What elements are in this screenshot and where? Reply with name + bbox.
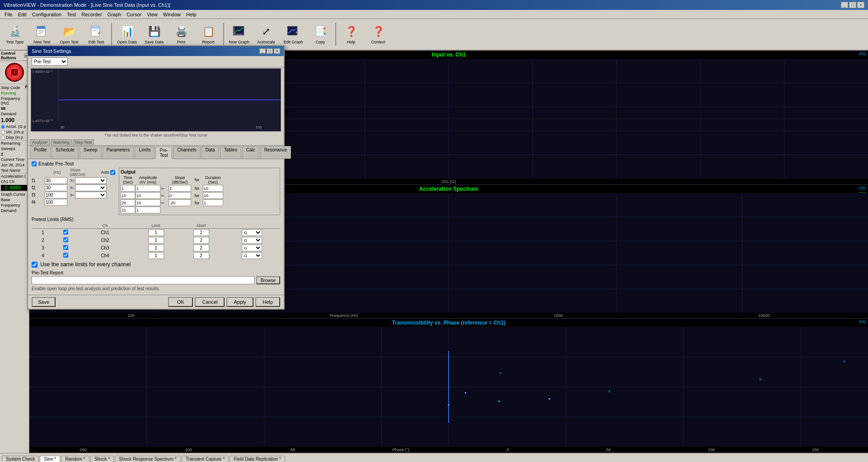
toolbar-btn-report[interactable]: 📋Report — [195, 21, 221, 48]
auto-checkbox[interactable] — [110, 170, 115, 175]
ch2-limit-check[interactable] — [63, 237, 68, 242]
status-tab-5[interactable]: Transient Capture * — [182, 456, 229, 462]
f3-slope-select[interactable] — [75, 192, 107, 198]
f2-freq-input[interactable] — [45, 184, 67, 191]
f2-slope-select[interactable] — [75, 184, 107, 191]
toolbar-btn-print[interactable]: 🖨️Print — [168, 21, 194, 48]
menu-item-test[interactable]: Test — [64, 11, 79, 18]
toolbar-btn-open-test[interactable]: 📂Open Test — [56, 21, 82, 48]
dialog-tab-limits[interactable]: Limits — [135, 146, 155, 159]
dialog-title-controls[interactable]: _ □ × — [259, 48, 280, 54]
out-amp-4[interactable] — [136, 207, 160, 213]
out-slope-2[interactable] — [169, 192, 191, 199]
status-tab-2[interactable]: Random * — [61, 456, 89, 462]
stop-button-area[interactable] — [0, 61, 29, 84]
minimize-btn[interactable]: _ — [841, 2, 848, 8]
menu-item-recorder[interactable]: Recorder — [79, 11, 104, 18]
disp-radio[interactable]: Disp (in p — [0, 135, 29, 140]
out-amp-3[interactable] — [136, 199, 160, 206]
toolbar-btn-new-graph[interactable]: New Graph — [226, 21, 252, 48]
toolbar-btn-copy[interactable]: 📑Copy — [307, 21, 333, 48]
dialog-tab-resonance[interactable]: Resonance — [260, 146, 291, 159]
ch4-limit-check[interactable] — [63, 253, 68, 258]
ch1-limit-check[interactable] — [63, 230, 68, 235]
dialog-max-btn[interactable]: □ — [267, 48, 273, 54]
status-tab-6[interactable]: Field Data Replication * — [230, 456, 285, 462]
browse-button[interactable]: Browse — [256, 276, 280, 284]
pre-test-report-input[interactable] — [32, 276, 254, 284]
toolbar-btn-save-data[interactable]: 💾Save Data — [141, 21, 167, 48]
vel-radio[interactable]: Vel. (n/s p — [0, 129, 29, 135]
graph-bottom-content[interactable]: × × × × — [29, 327, 868, 447]
apply-button[interactable]: Apply — [226, 297, 253, 307]
dialog-min-btn[interactable]: _ — [259, 48, 266, 54]
toolbar-btn-context[interactable]: ❓Context — [365, 21, 391, 48]
dialog-tab-sweep[interactable]: Sweep — [80, 146, 102, 159]
out-time-4[interactable] — [121, 207, 135, 213]
enable-pretest-checkbox[interactable] — [32, 161, 37, 166]
maximize-btn[interactable]: □ — [849, 2, 856, 8]
out-slope-3[interactable] — [169, 199, 191, 206]
out-time-1[interactable] — [121, 185, 135, 192]
mini-chart[interactable]: 1.4300×10⁻⁵ 1.4271×10⁻⁵ 30 100 — [31, 68, 281, 132]
ch3-limit-input[interactable] — [148, 245, 164, 251]
accel-radio[interactable]: Accel. (G p — [0, 124, 29, 129]
dialog-tab-calc[interactable]: Calc — [242, 146, 259, 159]
ok-button[interactable]: OK — [168, 297, 193, 307]
f1-freq-input[interactable] — [45, 177, 67, 184]
ch2-abort-input[interactable] — [193, 237, 209, 244]
toolbar-btn-autoscale[interactable]: ⤢Autoscale — [253, 21, 279, 48]
ch2-unit-select[interactable]: G — [242, 237, 262, 244]
menu-item-configuration[interactable]: Configuration — [29, 11, 64, 18]
title-bar-controls[interactable]: _ □ × — [841, 2, 864, 8]
out-dur-3[interactable] — [203, 199, 223, 206]
cancel-button[interactable]: Cancel — [195, 297, 225, 307]
out-amp-1[interactable] — [136, 185, 160, 192]
close-btn[interactable]: × — [857, 2, 864, 8]
ch3-limit-check[interactable] — [63, 245, 68, 250]
f3-freq-input[interactable] — [45, 192, 67, 198]
save-button[interactable]: Save — [32, 297, 56, 307]
dialog-tab-schedule[interactable]: Schedule — [52, 146, 79, 159]
out-dur-2[interactable] — [203, 192, 223, 199]
ch1-limit-input[interactable] — [148, 229, 164, 236]
menu-item-edit[interactable]: Edit — [15, 11, 29, 18]
dialog-close-btn[interactable]: × — [274, 48, 280, 54]
toolbar-btn-open-data[interactable]: 📊Open Data — [114, 21, 140, 48]
out-time-3[interactable] — [121, 199, 135, 206]
stop-button[interactable] — [5, 63, 24, 82]
out-time-2[interactable] — [121, 192, 135, 199]
menu-item-graph[interactable]: Graph — [105, 11, 124, 18]
menu-item-file[interactable]: File — [2, 11, 15, 18]
toolbar-btn-edit-test[interactable]: Edit Test — [83, 21, 109, 48]
dialog-tab-parameters[interactable]: Parameters — [103, 146, 134, 159]
ch1-unit-select[interactable]: G — [242, 229, 262, 236]
status-tab-4[interactable]: Shock Response Spectrum * — [115, 456, 181, 462]
dialog-tab-channels[interactable]: Channels — [173, 146, 200, 159]
toolbar-btn-edit-graph[interactable]: Edit Graph — [280, 21, 306, 48]
menu-item-cursor[interactable]: Cursor — [124, 11, 144, 18]
ch3-abort-input[interactable] — [193, 245, 209, 251]
ch4-limit-input[interactable] — [148, 252, 164, 259]
menu-item-help[interactable]: Help — [183, 11, 199, 18]
status-tab-1[interactable]: Sine * — [40, 456, 60, 462]
toolbar-btn-new-test[interactable]: New Test — [29, 21, 55, 48]
ch4-unit-select[interactable]: G — [242, 252, 262, 259]
ch4-abort-input[interactable] — [193, 252, 209, 259]
pre-test-dropdown[interactable]: Pre-Test — [32, 57, 68, 66]
toolbar-btn-test-type[interactable]: 🔬Test Type — [2, 21, 28, 48]
status-tab-0[interactable]: System Check — [2, 456, 39, 462]
ch2-limit-input[interactable] — [148, 237, 164, 244]
toolbar-btn-help[interactable]: ❓Help — [338, 21, 364, 48]
dialog-tab-pre-test[interactable]: Pre-Test — [155, 146, 172, 159]
status-tab-3[interactable]: Shock * — [90, 456, 114, 462]
ch3-unit-select[interactable]: G — [242, 245, 262, 251]
help-button[interactable]: Help — [255, 297, 280, 307]
out-dur-1[interactable] — [203, 185, 223, 192]
menu-item-view[interactable]: View — [144, 11, 160, 18]
dialog-tab-data[interactable]: Data — [202, 146, 219, 159]
f1-slope-select[interactable] — [75, 177, 107, 184]
out-slope-1[interactable] — [169, 185, 191, 192]
dialog-tab-profile[interactable]: Profile — [30, 146, 51, 159]
out-amp-2[interactable] — [136, 192, 160, 199]
